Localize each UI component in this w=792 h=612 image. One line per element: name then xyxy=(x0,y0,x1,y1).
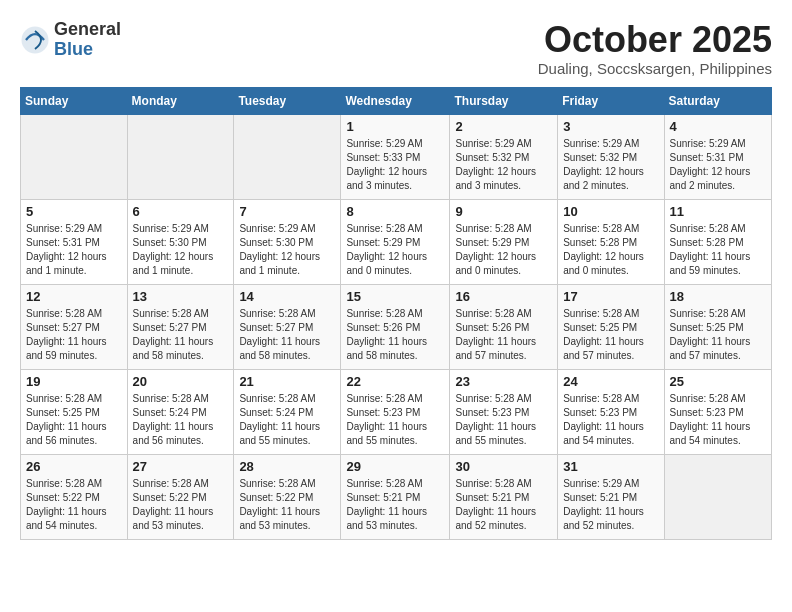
calendar-cell: 18Sunrise: 5:28 AM Sunset: 5:25 PM Dayli… xyxy=(664,284,771,369)
day-info: Sunrise: 5:28 AM Sunset: 5:29 PM Dayligh… xyxy=(455,222,552,278)
calendar-cell: 7Sunrise: 5:29 AM Sunset: 5:30 PM Daylig… xyxy=(234,199,341,284)
day-info: Sunrise: 5:28 AM Sunset: 5:24 PM Dayligh… xyxy=(133,392,229,448)
calendar-cell: 13Sunrise: 5:28 AM Sunset: 5:27 PM Dayli… xyxy=(127,284,234,369)
calendar-cell: 17Sunrise: 5:28 AM Sunset: 5:25 PM Dayli… xyxy=(558,284,664,369)
day-number: 31 xyxy=(563,459,658,474)
month-title: October 2025 xyxy=(538,20,772,60)
calendar-cell: 12Sunrise: 5:28 AM Sunset: 5:27 PM Dayli… xyxy=(21,284,128,369)
calendar-body: 1Sunrise: 5:29 AM Sunset: 5:33 PM Daylig… xyxy=(21,114,772,539)
day-number: 9 xyxy=(455,204,552,219)
logo-icon xyxy=(20,25,50,55)
day-number: 11 xyxy=(670,204,766,219)
day-number: 14 xyxy=(239,289,335,304)
day-info: Sunrise: 5:28 AM Sunset: 5:23 PM Dayligh… xyxy=(670,392,766,448)
day-number: 30 xyxy=(455,459,552,474)
calendar-cell: 4Sunrise: 5:29 AM Sunset: 5:31 PM Daylig… xyxy=(664,114,771,199)
day-info: Sunrise: 5:29 AM Sunset: 5:30 PM Dayligh… xyxy=(133,222,229,278)
day-info: Sunrise: 5:28 AM Sunset: 5:28 PM Dayligh… xyxy=(670,222,766,278)
calendar-cell: 11Sunrise: 5:28 AM Sunset: 5:28 PM Dayli… xyxy=(664,199,771,284)
day-number: 3 xyxy=(563,119,658,134)
calendar-cell xyxy=(21,114,128,199)
day-number: 20 xyxy=(133,374,229,389)
day-number: 12 xyxy=(26,289,122,304)
calendar-cell: 26Sunrise: 5:28 AM Sunset: 5:22 PM Dayli… xyxy=(21,454,128,539)
day-info: Sunrise: 5:28 AM Sunset: 5:23 PM Dayligh… xyxy=(563,392,658,448)
day-info: Sunrise: 5:29 AM Sunset: 5:21 PM Dayligh… xyxy=(563,477,658,533)
day-number: 4 xyxy=(670,119,766,134)
calendar-cell: 2Sunrise: 5:29 AM Sunset: 5:32 PM Daylig… xyxy=(450,114,558,199)
calendar-week-3: 12Sunrise: 5:28 AM Sunset: 5:27 PM Dayli… xyxy=(21,284,772,369)
calendar-cell: 28Sunrise: 5:28 AM Sunset: 5:22 PM Dayli… xyxy=(234,454,341,539)
page-header: General Blue October 2025 Dualing, Soccs… xyxy=(20,20,772,77)
calendar-cell: 15Sunrise: 5:28 AM Sunset: 5:26 PM Dayli… xyxy=(341,284,450,369)
day-number: 26 xyxy=(26,459,122,474)
day-info: Sunrise: 5:29 AM Sunset: 5:32 PM Dayligh… xyxy=(563,137,658,193)
title-area: October 2025 Dualing, Soccsksargen, Phil… xyxy=(538,20,772,77)
logo-general: General xyxy=(54,20,121,40)
day-info: Sunrise: 5:28 AM Sunset: 5:27 PM Dayligh… xyxy=(133,307,229,363)
day-number: 10 xyxy=(563,204,658,219)
calendar-week-5: 26Sunrise: 5:28 AM Sunset: 5:22 PM Dayli… xyxy=(21,454,772,539)
day-info: Sunrise: 5:28 AM Sunset: 5:23 PM Dayligh… xyxy=(455,392,552,448)
day-info: Sunrise: 5:28 AM Sunset: 5:26 PM Dayligh… xyxy=(346,307,444,363)
calendar-table: SundayMondayTuesdayWednesdayThursdayFrid… xyxy=(20,87,772,540)
day-number: 24 xyxy=(563,374,658,389)
day-info: Sunrise: 5:28 AM Sunset: 5:25 PM Dayligh… xyxy=(26,392,122,448)
calendar-cell: 29Sunrise: 5:28 AM Sunset: 5:21 PM Dayli… xyxy=(341,454,450,539)
day-info: Sunrise: 5:28 AM Sunset: 5:26 PM Dayligh… xyxy=(455,307,552,363)
header-day-tuesday: Tuesday xyxy=(234,87,341,114)
day-number: 28 xyxy=(239,459,335,474)
day-info: Sunrise: 5:28 AM Sunset: 5:23 PM Dayligh… xyxy=(346,392,444,448)
logo-text: General Blue xyxy=(54,20,121,60)
calendar-cell: 30Sunrise: 5:28 AM Sunset: 5:21 PM Dayli… xyxy=(450,454,558,539)
calendar-cell xyxy=(127,114,234,199)
day-number: 18 xyxy=(670,289,766,304)
day-number: 29 xyxy=(346,459,444,474)
day-number: 15 xyxy=(346,289,444,304)
calendar-cell: 8Sunrise: 5:28 AM Sunset: 5:29 PM Daylig… xyxy=(341,199,450,284)
day-number: 27 xyxy=(133,459,229,474)
calendar-cell: 9Sunrise: 5:28 AM Sunset: 5:29 PM Daylig… xyxy=(450,199,558,284)
calendar-cell: 23Sunrise: 5:28 AM Sunset: 5:23 PM Dayli… xyxy=(450,369,558,454)
calendar-week-4: 19Sunrise: 5:28 AM Sunset: 5:25 PM Dayli… xyxy=(21,369,772,454)
day-number: 21 xyxy=(239,374,335,389)
logo-blue: Blue xyxy=(54,40,121,60)
day-info: Sunrise: 5:28 AM Sunset: 5:29 PM Dayligh… xyxy=(346,222,444,278)
header-row: SundayMondayTuesdayWednesdayThursdayFrid… xyxy=(21,87,772,114)
calendar-cell: 25Sunrise: 5:28 AM Sunset: 5:23 PM Dayli… xyxy=(664,369,771,454)
day-info: Sunrise: 5:28 AM Sunset: 5:21 PM Dayligh… xyxy=(346,477,444,533)
calendar-cell: 5Sunrise: 5:29 AM Sunset: 5:31 PM Daylig… xyxy=(21,199,128,284)
calendar-cell: 16Sunrise: 5:28 AM Sunset: 5:26 PM Dayli… xyxy=(450,284,558,369)
day-info: Sunrise: 5:28 AM Sunset: 5:27 PM Dayligh… xyxy=(239,307,335,363)
day-number: 16 xyxy=(455,289,552,304)
calendar-cell xyxy=(664,454,771,539)
header-day-saturday: Saturday xyxy=(664,87,771,114)
calendar-cell: 14Sunrise: 5:28 AM Sunset: 5:27 PM Dayli… xyxy=(234,284,341,369)
day-info: Sunrise: 5:28 AM Sunset: 5:22 PM Dayligh… xyxy=(239,477,335,533)
day-info: Sunrise: 5:29 AM Sunset: 5:31 PM Dayligh… xyxy=(26,222,122,278)
day-info: Sunrise: 5:29 AM Sunset: 5:30 PM Dayligh… xyxy=(239,222,335,278)
location: Dualing, Soccsksargen, Philippines xyxy=(538,60,772,77)
day-info: Sunrise: 5:28 AM Sunset: 5:27 PM Dayligh… xyxy=(26,307,122,363)
day-number: 7 xyxy=(239,204,335,219)
day-info: Sunrise: 5:29 AM Sunset: 5:33 PM Dayligh… xyxy=(346,137,444,193)
calendar-cell: 6Sunrise: 5:29 AM Sunset: 5:30 PM Daylig… xyxy=(127,199,234,284)
day-number: 1 xyxy=(346,119,444,134)
day-info: Sunrise: 5:28 AM Sunset: 5:25 PM Dayligh… xyxy=(670,307,766,363)
day-info: Sunrise: 5:28 AM Sunset: 5:21 PM Dayligh… xyxy=(455,477,552,533)
day-info: Sunrise: 5:28 AM Sunset: 5:25 PM Dayligh… xyxy=(563,307,658,363)
header-day-friday: Friday xyxy=(558,87,664,114)
calendar-header: SundayMondayTuesdayWednesdayThursdayFrid… xyxy=(21,87,772,114)
day-info: Sunrise: 5:29 AM Sunset: 5:31 PM Dayligh… xyxy=(670,137,766,193)
day-number: 19 xyxy=(26,374,122,389)
calendar-cell: 19Sunrise: 5:28 AM Sunset: 5:25 PM Dayli… xyxy=(21,369,128,454)
calendar-cell: 3Sunrise: 5:29 AM Sunset: 5:32 PM Daylig… xyxy=(558,114,664,199)
day-number: 6 xyxy=(133,204,229,219)
calendar-cell: 10Sunrise: 5:28 AM Sunset: 5:28 PM Dayli… xyxy=(558,199,664,284)
header-day-sunday: Sunday xyxy=(21,87,128,114)
day-info: Sunrise: 5:28 AM Sunset: 5:22 PM Dayligh… xyxy=(133,477,229,533)
day-info: Sunrise: 5:28 AM Sunset: 5:22 PM Dayligh… xyxy=(26,477,122,533)
day-number: 25 xyxy=(670,374,766,389)
calendar-cell: 20Sunrise: 5:28 AM Sunset: 5:24 PM Dayli… xyxy=(127,369,234,454)
day-number: 8 xyxy=(346,204,444,219)
